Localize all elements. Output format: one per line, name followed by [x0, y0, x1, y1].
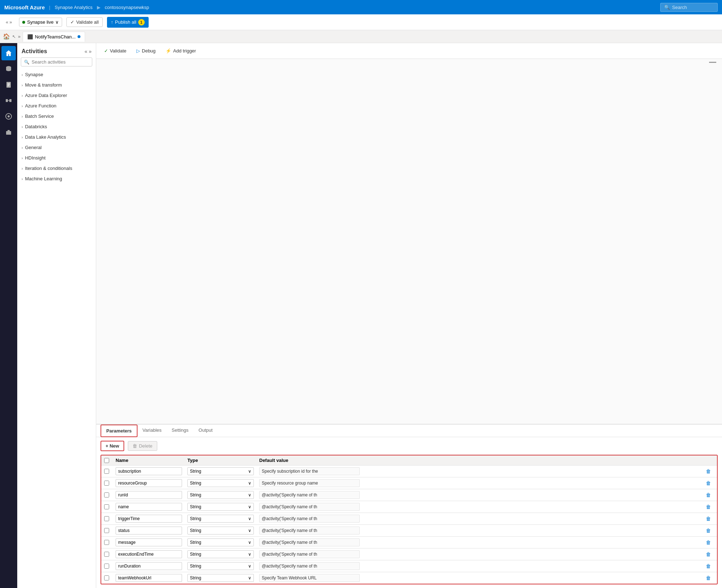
- activity-group-general[interactable]: › General: [17, 142, 96, 153]
- row-checkbox[interactable]: [104, 575, 109, 580]
- param-name-input[interactable]: [116, 467, 182, 475]
- validate-all-button[interactable]: ✓ Validate all: [66, 17, 103, 27]
- global-search[interactable]: 🔍 Search: [660, 3, 718, 12]
- sidebar-pipeline-button[interactable]: [1, 93, 16, 108]
- param-default-value[interactable]: Specify Team Webhook URL: [259, 574, 360, 582]
- activity-group-data-explorer[interactable]: › Azure Data Explorer: [17, 90, 96, 101]
- param-name-input[interactable]: [116, 562, 182, 570]
- param-name-input[interactable]: [116, 515, 182, 523]
- new-parameter-button[interactable]: + New: [101, 441, 124, 451]
- delete-row-button[interactable]: 🗑: [703, 563, 714, 569]
- row-checkbox[interactable]: [104, 528, 109, 533]
- activity-group-iteration[interactable]: › Iteration & conditionals: [17, 163, 96, 173]
- sidebar-doc-button[interactable]: [1, 78, 16, 92]
- add-trigger-button[interactable]: ⚡ Add trigger: [163, 47, 198, 55]
- param-default-value[interactable]: @activity('Specify name of th: [259, 515, 360, 523]
- param-name-input[interactable]: [116, 479, 182, 487]
- sidebar-monitor-button[interactable]: [1, 109, 16, 124]
- activity-group-move[interactable]: › Move & transform: [17, 80, 96, 90]
- table-row: String ∨ Specify Team Webhook URL 🗑: [101, 572, 717, 584]
- delete-row-button[interactable]: 🗑: [703, 468, 714, 474]
- param-type-select[interactable]: String ∨: [187, 491, 254, 499]
- delete-row-button[interactable]: 🗑: [703, 540, 714, 545]
- tab-settings[interactable]: Settings: [167, 425, 194, 437]
- param-type-select[interactable]: String ∨: [187, 527, 254, 534]
- collapse-icon[interactable]: « »: [4, 19, 13, 25]
- param-name-input[interactable]: [116, 491, 182, 499]
- activity-group-databricks[interactable]: › Databricks: [17, 121, 96, 132]
- row-checkbox[interactable]: [104, 516, 109, 521]
- document-icon: [5, 81, 12, 88]
- cursor-icon: ↖: [12, 34, 16, 39]
- param-name-input[interactable]: [116, 527, 182, 534]
- param-type-select[interactable]: String ∨: [187, 562, 254, 570]
- activity-group-ml[interactable]: › Machine Learning: [17, 173, 96, 184]
- canvas-area[interactable]: [96, 59, 722, 424]
- activity-group-azure-function[interactable]: › Azure Function: [17, 101, 96, 111]
- debug-button[interactable]: ▷ Debug: [134, 47, 158, 55]
- row-checkbox[interactable]: [104, 552, 109, 557]
- delete-row-button[interactable]: 🗑: [703, 551, 714, 557]
- param-default-value[interactable]: @activity('Specify name of th: [259, 550, 360, 558]
- param-default-value[interactable]: @activity('Specify name of th: [259, 527, 360, 534]
- delete-parameter-button[interactable]: 🗑 Delete: [128, 441, 157, 451]
- activity-group-synapse[interactable]: › Synapse: [17, 69, 96, 80]
- minimize-bar[interactable]: [709, 62, 716, 63]
- activity-group-batch[interactable]: › Batch Service: [17, 111, 96, 121]
- expand-icon[interactable]: »: [18, 34, 20, 39]
- param-type-select[interactable]: String ∨: [187, 479, 254, 487]
- param-name-input[interactable]: [116, 538, 182, 546]
- param-name-input[interactable]: [116, 503, 182, 511]
- param-default-value[interactable]: Specify subscription id for the: [259, 467, 360, 475]
- tab-parameters[interactable]: Parameters: [101, 425, 138, 437]
- validate-button[interactable]: ✓ Validate: [102, 47, 129, 55]
- delete-row-button[interactable]: 🗑: [703, 575, 714, 581]
- breadcrumb-workspace[interactable]: contososynapsewksp: [105, 5, 149, 10]
- home-icon-tab[interactable]: 🏠: [3, 33, 10, 40]
- param-default-value[interactable]: @activity('Specify name of th: [259, 491, 360, 499]
- activities-collapse-button[interactable]: «: [84, 48, 87, 54]
- param-type-select[interactable]: String ∨: [187, 538, 254, 546]
- tab-variables[interactable]: Variables: [138, 425, 167, 437]
- row-checkbox[interactable]: [104, 492, 109, 497]
- param-default-value[interactable]: @activity('Specify name of th: [259, 503, 360, 511]
- tab-notifyteams[interactable]: ⬛ NotifyTeamsChan...: [23, 32, 85, 42]
- activity-group-datalake[interactable]: › Data Lake Analytics: [17, 132, 96, 142]
- param-default-value[interactable]: @activity('Specify name of th: [259, 562, 360, 570]
- param-default-value[interactable]: @activity('Specify name of th: [259, 538, 360, 546]
- param-type-select[interactable]: String ∨: [187, 515, 254, 523]
- row-checkbox[interactable]: [104, 564, 109, 569]
- delete-row-button[interactable]: 🗑: [703, 516, 714, 522]
- activity-group-label: Synapse: [25, 72, 43, 77]
- search-input[interactable]: [32, 59, 89, 65]
- param-type-select[interactable]: String ∨: [187, 503, 254, 511]
- sidebar-manage-button[interactable]: [1, 125, 16, 139]
- tab-output[interactable]: Output: [194, 425, 218, 437]
- breadcrumb-synapse[interactable]: Synapse Analytics: [55, 5, 93, 10]
- delete-row-button[interactable]: 🗑: [703, 504, 714, 510]
- param-default-value[interactable]: Specify resource group name: [259, 479, 360, 487]
- param-name-input[interactable]: [116, 550, 182, 558]
- param-type-select[interactable]: String ∨: [187, 574, 254, 582]
- activities-search-box[interactable]: 🔍: [21, 57, 92, 66]
- select-all-checkbox[interactable]: [104, 458, 109, 463]
- delete-row-button[interactable]: 🗑: [703, 480, 714, 486]
- param-type-select[interactable]: String ∨: [187, 467, 254, 475]
- synapse-live-selector[interactable]: Synapse live ∨: [19, 18, 62, 27]
- param-type-select[interactable]: String ∨: [187, 550, 254, 558]
- delete-row-button[interactable]: 🗑: [703, 528, 714, 533]
- row-checkbox[interactable]: [104, 540, 109, 545]
- activity-group-hdinsight[interactable]: › HDInsight: [17, 153, 96, 163]
- publish-all-button[interactable]: ↑ Publish all 1: [107, 17, 149, 28]
- sidebar-home-button[interactable]: [1, 46, 16, 60]
- row-checkbox[interactable]: [104, 469, 109, 474]
- activities-title: Activities: [22, 48, 47, 55]
- table-row: String ∨ @activity('Specify name of th 🗑: [101, 489, 717, 501]
- row-checkbox[interactable]: [104, 504, 109, 509]
- sidebar-database-button[interactable]: [1, 62, 16, 76]
- row-checkbox[interactable]: [104, 481, 109, 486]
- param-name-input[interactable]: [116, 574, 182, 582]
- chevron-right-icon: ›: [22, 177, 23, 181]
- activities-expand-button[interactable]: »: [89, 48, 92, 54]
- delete-row-button[interactable]: 🗑: [703, 492, 714, 498]
